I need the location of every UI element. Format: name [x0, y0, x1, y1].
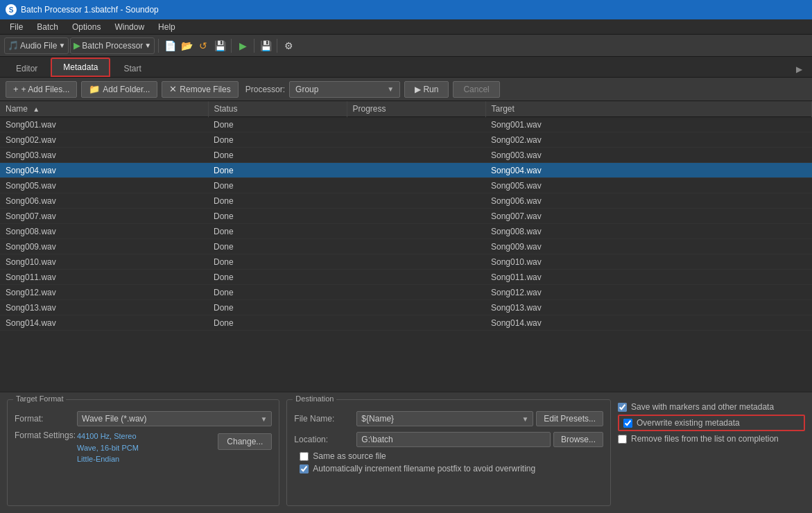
add-folder-button[interactable]: 📁 Add Folder... — [81, 81, 157, 98]
filename-select[interactable]: ${Name} ▼ — [356, 411, 533, 426]
table-row[interactable]: Song001.wavDoneSong001.wav — [0, 117, 812, 132]
add-files-label: + Add Files... — [21, 85, 70, 94]
cell-status: Done — [208, 193, 347, 209]
cell-target: Song013.wav — [485, 300, 812, 315]
audio-file-icon: 🎵 — [8, 40, 19, 51]
col-progress[interactable]: Progress — [347, 101, 485, 117]
remove-files-button[interactable]: ✕ Remove Files — [162, 81, 238, 98]
cell-name: Song002.wav — [0, 132, 208, 148]
processor-label: Processor: — [245, 85, 285, 94]
tab-metadata[interactable]: Metadata — [51, 58, 110, 77]
menu-batch[interactable]: Batch — [30, 21, 65, 33]
target-format-title: Target Format — [13, 394, 66, 403]
settings-button[interactable]: ⚙ — [281, 38, 296, 53]
table-row[interactable]: Song008.wavDoneSong008.wav — [0, 224, 812, 239]
remove-files-checkbox[interactable] — [618, 435, 627, 444]
same-as-source-label: Same as source file — [313, 451, 386, 461]
toolbar-separator-3 — [254, 39, 254, 53]
save-with-markers-checkbox[interactable] — [618, 403, 627, 412]
table-row[interactable]: Song011.wavDoneSong011.wav — [0, 270, 812, 285]
save-with-markers-label: Save with markers and other metadata — [631, 402, 774, 412]
cell-name: Song009.wav — [0, 239, 208, 254]
format-settings-label: Format Settings: — [15, 431, 77, 440]
destination-section: Destination File Name: ${Name} ▼ Edit Pr… — [286, 399, 611, 506]
file-list-area[interactable]: Name ▲ Status Progress Target Song001.wa… — [0, 101, 812, 392]
table-row[interactable]: Song010.wavDoneSong010.wav — [0, 254, 812, 270]
table-row[interactable]: Song013.wavDoneSong013.wav — [0, 300, 812, 315]
change-button[interactable]: Change... — [218, 433, 272, 450]
table-row[interactable]: Song012.wavDoneSong012.wav — [0, 285, 812, 300]
remove-files-icon: ✕ — [169, 84, 177, 94]
table-row[interactable]: Song002.wavDoneSong002.wav — [0, 132, 812, 148]
table-row[interactable]: Song009.wavDoneSong009.wav — [0, 239, 812, 254]
col-name[interactable]: Name ▲ — [0, 101, 208, 117]
cancel-button[interactable]: Cancel — [453, 81, 499, 98]
table-row[interactable]: Song007.wavDoneSong007.wav — [0, 209, 812, 224]
play-button[interactable]: ▶ — [235, 38, 250, 53]
save-as-button[interactable]: 💾 — [212, 38, 227, 53]
menu-help[interactable]: Help — [151, 21, 182, 33]
open-button[interactable]: 📂 — [179, 38, 194, 53]
remove-files-row: Remove files from the list on completion — [618, 434, 805, 444]
run-button[interactable]: ▶ Run — [404, 81, 449, 98]
cell-status: Done — [208, 178, 347, 193]
location-row: Location: Browse... — [294, 432, 603, 447]
format-settings-row: Format Settings: 44100 Hz, Stereo Wave, … — [15, 431, 212, 465]
location-label: Location: — [294, 435, 356, 444]
table-row[interactable]: Song014.wavDoneSong014.wav — [0, 315, 812, 331]
filename-value: ${Name} — [361, 414, 394, 424]
menu-window[interactable]: Window — [107, 21, 151, 33]
toolbar-separator-2 — [231, 39, 232, 53]
processor-select[interactable]: Group ▼ — [289, 81, 400, 98]
tab-start[interactable]: Start — [112, 60, 153, 77]
format-select[interactable]: Wave File (*.wav) ▼ — [77, 411, 272, 426]
table-row[interactable]: Song006.wavDoneSong006.wav — [0, 193, 812, 209]
same-as-source-checkbox[interactable] — [300, 452, 309, 461]
auto-increment-row: Automatically increment filename postfix… — [294, 464, 603, 473]
batch-processor-dropdown-icon[interactable]: ▼ — [144, 42, 151, 49]
col-status[interactable]: Status — [208, 101, 347, 117]
cell-name: Song001.wav — [0, 117, 208, 132]
filename-dropdown-icon: ▼ — [521, 415, 528, 423]
menu-file[interactable]: File — [3, 21, 30, 33]
new-button[interactable]: 📄 — [162, 38, 178, 53]
file-table: Name ▲ Status Progress Target Song001.wa… — [0, 101, 812, 331]
cell-name: Song011.wav — [0, 270, 208, 285]
cell-target: Song004.wav — [485, 163, 812, 178]
audio-file-dropdown-icon[interactable]: ▼ — [58, 42, 65, 49]
save-button[interactable]: 💾 — [258, 38, 273, 53]
browse-button[interactable]: Browse... — [553, 432, 603, 447]
tabs-right-arrow[interactable]: ▶ — [791, 62, 808, 77]
cell-progress — [347, 117, 485, 132]
cell-target: Song012.wav — [485, 285, 812, 300]
cancel-label: Cancel — [463, 85, 489, 94]
cell-progress — [347, 193, 485, 209]
col-target[interactable]: Target — [485, 101, 812, 117]
batch-play-icon: ▶ — [74, 40, 80, 51]
add-files-button[interactable]: + + Add Files... — [6, 81, 77, 98]
table-row[interactable]: Song004.wavDoneSong004.wav — [0, 163, 812, 178]
table-row[interactable]: Song005.wavDoneSong005.wav — [0, 178, 812, 193]
menu-options[interactable]: Options — [65, 21, 107, 33]
add-files-icon: + — [13, 84, 19, 94]
cell-progress — [347, 254, 485, 270]
auto-increment-checkbox[interactable] — [300, 464, 309, 473]
edit-presets-button[interactable]: Edit Presets... — [536, 411, 603, 426]
cell-progress — [347, 132, 485, 148]
overwrite-metadata-checkbox[interactable] — [623, 419, 632, 428]
location-input[interactable] — [356, 432, 551, 447]
cell-name: Song013.wav — [0, 300, 208, 315]
table-row[interactable]: Song003.wavDoneSong003.wav — [0, 148, 812, 163]
cell-progress — [347, 285, 485, 300]
app-icon: S — [6, 4, 17, 15]
target-format-section: Target Format Format: Wave File (*.wav) … — [7, 399, 279, 506]
tab-editor[interactable]: Editor — [4, 60, 49, 77]
cell-target: Song011.wav — [485, 270, 812, 285]
revert-button[interactable]: ↺ — [196, 38, 211, 53]
cell-status: Done — [208, 224, 347, 239]
same-as-source-row: Same as source file — [294, 451, 603, 461]
batch-processor-label: Batch Processor — [82, 41, 143, 51]
cell-name: Song005.wav — [0, 178, 208, 193]
cell-name: Song003.wav — [0, 148, 208, 163]
cell-progress — [347, 148, 485, 163]
